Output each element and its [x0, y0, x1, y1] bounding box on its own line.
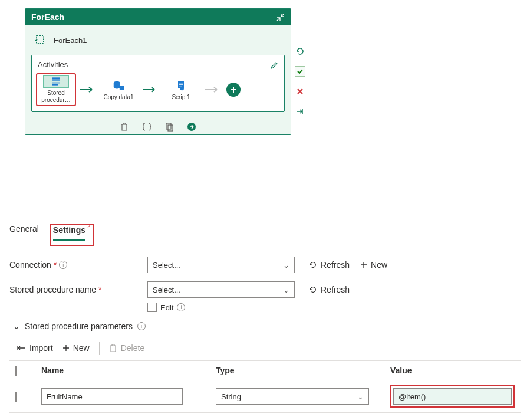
pencil-icon[interactable]	[269, 60, 279, 71]
side-check-icon[interactable]	[295, 66, 305, 77]
activity-stored-procedure-label: Stored procedur…	[37, 90, 75, 103]
refresh-connection-button[interactable]: Refresh	[309, 260, 350, 270]
connection-label: Connection	[9, 260, 51, 270]
connection-select[interactable]: Select... ⌄	[147, 257, 295, 273]
table-header: Name Type Value	[9, 361, 521, 380]
param-value-input[interactable]: @item()	[393, 388, 512, 405]
svg-rect-8	[179, 84, 183, 84]
side-close-icon[interactable]	[295, 86, 305, 97]
arrow-icon	[141, 86, 158, 94]
col-value-header: Value	[390, 366, 515, 375]
import-label: Import	[29, 343, 53, 353]
activity-script[interactable]: Script1	[162, 79, 200, 101]
info-icon[interactable]: i	[137, 322, 146, 330]
sp-name-select[interactable]: Select... ⌄	[147, 281, 295, 298]
param-name-input[interactable]: FruitName	[41, 388, 183, 405]
separator	[99, 342, 100, 355]
tabs: General Settings 2	[0, 218, 530, 246]
activities-label: Activities	[37, 59, 68, 71]
param-name-value: FruitName	[47, 392, 83, 401]
required-asterisk: *	[98, 285, 101, 294]
import-button[interactable]: Import	[17, 343, 53, 353]
svg-rect-0	[37, 35, 44, 44]
arrow-icon	[79, 86, 96, 94]
params-table: Name Type Value FruitName String ⌄ @it	[9, 360, 521, 413]
refresh-sp-button[interactable]: Refresh	[309, 285, 350, 294]
info-icon[interactable]: i	[177, 303, 185, 311]
svg-rect-1	[52, 77, 60, 79]
delete-icon[interactable]	[119, 122, 130, 132]
activities-box: Activities	[31, 55, 285, 112]
new-param-button[interactable]: New	[62, 343, 90, 353]
activity-copy-data[interactable]: Copy data1	[99, 79, 138, 101]
activity-stored-procedure[interactable]: Stored procedur…	[37, 74, 75, 106]
svg-rect-4	[52, 84, 58, 86]
sp-name-select-placeholder: Select...	[153, 286, 180, 294]
activity-copy-data-label: Copy data1	[103, 94, 133, 101]
sp-params-label: Stored procedure parameters	[25, 321, 133, 331]
svg-rect-3	[52, 83, 60, 84]
col-type-header: Type	[216, 366, 381, 375]
param-value-text: @item()	[399, 392, 426, 401]
activity-script-label: Script1	[172, 94, 190, 101]
chevron-down-icon: ⌄	[357, 392, 364, 401]
table-row: FruitName String ⌄ @item()	[9, 380, 521, 412]
svg-rect-11	[168, 125, 173, 131]
arrow-icon-disabled	[204, 86, 220, 94]
chevron-down-icon: ⌄	[283, 261, 289, 270]
svg-rect-7	[179, 83, 183, 83]
foreach-icon	[35, 34, 48, 47]
new-connection-button[interactable]: New	[360, 260, 387, 270]
svg-rect-2	[52, 80, 60, 81]
delete-param-button[interactable]: Delete	[109, 343, 144, 353]
braces-icon[interactable]	[141, 122, 152, 132]
svg-rect-10	[166, 123, 171, 129]
param-type-select[interactable]: String ⌄	[216, 388, 369, 405]
delete-label: Delete	[121, 343, 144, 353]
new-label: New	[371, 260, 387, 270]
row-checkbox[interactable]	[15, 392, 17, 402]
chevron-down-icon: ⌄	[13, 321, 20, 331]
svg-rect-9	[179, 86, 182, 86]
refresh-label: Refresh	[321, 260, 350, 270]
refresh-label: Refresh	[321, 285, 350, 294]
connection-select-placeholder: Select...	[153, 261, 180, 270]
foreach-container[interactable]: ForEach ForEach1 Ac	[25, 8, 291, 135]
foreach-header: ForEach	[25, 9, 291, 25]
chevron-down-icon: ⌄	[283, 286, 289, 294]
foreach-title: ForEach	[31, 12, 64, 22]
sp-name-label: Stored procedure name	[9, 285, 96, 294]
info-icon[interactable]: i	[59, 261, 67, 269]
svg-rect-6	[120, 86, 124, 90]
select-all-checkbox[interactable]	[15, 366, 17, 376]
new-param-label: New	[73, 343, 90, 353]
tab-settings[interactable]: Settings	[53, 225, 85, 241]
foreach-name: ForEach1	[54, 36, 87, 45]
side-refresh-icon[interactable]	[295, 46, 305, 57]
tab-general[interactable]: General	[9, 224, 39, 246]
col-name-header: Name	[41, 366, 206, 375]
add-activity-button[interactable]	[226, 83, 241, 97]
tab-settings-badge: 2	[87, 223, 91, 229]
required-asterisk: *	[54, 260, 57, 270]
edit-checkbox[interactable]	[147, 303, 157, 312]
collapse-icon[interactable]	[276, 13, 285, 21]
param-type-value: String	[221, 392, 241, 401]
edit-label: Edit	[160, 303, 173, 312]
copy-icon[interactable]	[164, 122, 175, 132]
side-forward-icon[interactable]	[295, 106, 305, 117]
foreach-toolbar	[25, 118, 291, 134]
sp-params-section-toggle[interactable]: ⌄ Stored procedure parameters i	[13, 321, 521, 331]
run-icon[interactable]	[186, 122, 197, 132]
